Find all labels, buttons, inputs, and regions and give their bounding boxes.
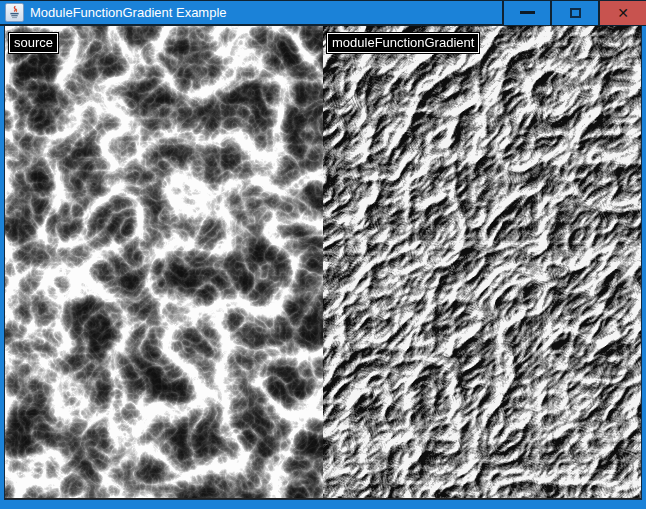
minimize-icon bbox=[520, 11, 535, 14]
window-title: ModuleFunctionGradient Example bbox=[30, 0, 502, 25]
minimize-button[interactable] bbox=[504, 0, 550, 25]
java-coffee-icon bbox=[7, 5, 22, 20]
close-icon: ✕ bbox=[617, 6, 629, 20]
source-image bbox=[5, 26, 323, 498]
close-button[interactable]: ✕ bbox=[600, 0, 646, 25]
source-label: source bbox=[9, 33, 58, 53]
window-controls: ✕ bbox=[502, 0, 646, 25]
app-window: ModuleFunctionGradient Example ✕ source … bbox=[0, 0, 646, 509]
maximize-icon bbox=[570, 8, 581, 18]
modulefunctiongradient-label: moduleFunctionGradient bbox=[327, 33, 479, 53]
modulefunctiongradient-image bbox=[323, 26, 641, 498]
modulefunctiongradient-panel: moduleFunctionGradient bbox=[323, 26, 641, 498]
viewport: source moduleFunctionGradient bbox=[4, 26, 642, 500]
java-app-icon bbox=[5, 3, 24, 22]
maximize-button[interactable] bbox=[552, 0, 598, 25]
source-panel: source bbox=[5, 26, 323, 498]
titlebar[interactable]: ModuleFunctionGradient Example ✕ bbox=[0, 1, 646, 26]
